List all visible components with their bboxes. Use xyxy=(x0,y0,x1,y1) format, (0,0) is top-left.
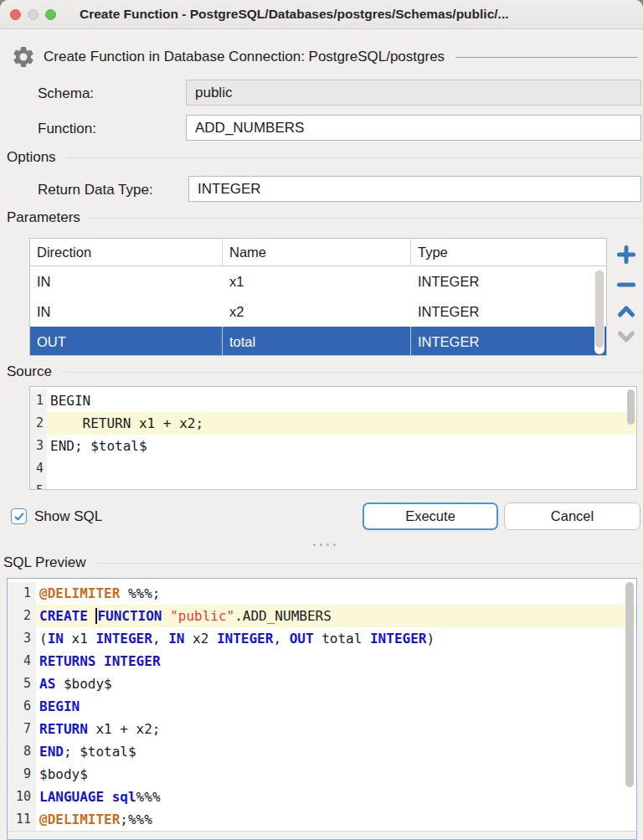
code-text: @DELIMITER %%%; xyxy=(36,582,636,605)
code-line[interactable]: 5 xyxy=(30,480,636,490)
line-number: 7 xyxy=(8,718,36,740)
dialog-header: Create Function in Database Connection: … xyxy=(11,44,638,70)
code-line[interactable]: 8END; $total$ xyxy=(8,740,636,763)
source-section: Source xyxy=(7,363,643,380)
table-cell[interactable]: x1 xyxy=(223,266,411,296)
remove-parameter-button[interactable] xyxy=(616,275,636,295)
code-line[interactable]: 3(IN x1 INTEGER, IN x2 INTEGER, OUT tota… xyxy=(8,627,636,650)
code-text: AS $body$ xyxy=(36,673,636,695)
code-text: BEGIN xyxy=(36,695,636,718)
code-text: BEGIN xyxy=(47,389,636,412)
line-number: 1 xyxy=(30,389,47,412)
code-text: (IN x1 INTEGER, IN x2 INTEGER, OUT total… xyxy=(36,627,636,650)
line-number: 11 xyxy=(8,808,36,831)
code-line[interactable]: 5AS $body$ xyxy=(8,673,636,695)
checkmark-icon xyxy=(13,511,25,523)
minus-icon xyxy=(616,275,636,295)
table-cell[interactable]: INTEGER xyxy=(411,266,606,296)
code-text xyxy=(47,457,636,480)
code-text: RETURN x1 + x2; xyxy=(36,718,636,740)
plus-icon xyxy=(616,245,636,265)
close-button-icon[interactable] xyxy=(10,9,21,20)
code-text: @DELIMITER;%%% xyxy=(36,808,636,831)
table-cell[interactable]: INTEGER xyxy=(411,296,606,327)
code-line[interactable]: 1@DELIMITER %%%; xyxy=(8,582,636,605)
schema-label: Schema: xyxy=(38,85,94,102)
code-text: $body$ xyxy=(36,763,636,786)
show-sql-checkbox[interactable] xyxy=(11,508,27,524)
line-number: 5 xyxy=(8,673,36,695)
return-type-input[interactable]: INTEGER xyxy=(188,176,641,202)
titlebar: Create Function - PostgreSQL/Databases/p… xyxy=(0,0,643,29)
code-line[interactable]: 6BEGIN xyxy=(8,695,636,718)
line-number: 6 xyxy=(8,695,36,718)
code-line[interactable]: 10LANGUAGE sql%%% xyxy=(8,786,636,808)
code-text: LANGUAGE sql%%% xyxy=(36,786,636,808)
line-number: 8 xyxy=(8,740,36,763)
line-number: 4 xyxy=(8,650,36,673)
table-cell[interactable]: total xyxy=(223,327,411,356)
code-line[interactable]: 4RETURNS INTEGER xyxy=(8,650,636,673)
code-line[interactable]: 11@DELIMITER;%%% xyxy=(8,808,636,831)
code-text: CREATE FUNCTION "public".ADD_NUMBERS xyxy=(36,605,636,627)
column-header[interactable]: Type xyxy=(411,239,606,265)
move-up-button[interactable] xyxy=(616,301,636,322)
line-number: 10 xyxy=(8,786,36,808)
code-line[interactable]: 9$body$ xyxy=(8,763,636,786)
chevron-down-icon xyxy=(616,327,636,347)
parameters-table: DirectionNameType INx1INTEGERINx2INTEGER… xyxy=(29,238,607,356)
execute-button[interactable]: Execute xyxy=(363,502,498,530)
create-function-dialog: Create Function - PostgreSQL/Databases/p… xyxy=(0,0,643,840)
table-cell[interactable]: IN xyxy=(30,296,223,327)
code-line[interactable]: 7RETURN x1 + x2; xyxy=(8,718,636,740)
table-header-row: DirectionNameType xyxy=(30,239,606,266)
source-editor[interactable]: 1BEGIN2 RETURN x1 + x2;3END; $total$45 xyxy=(29,386,637,490)
show-sql-label: Show SQL xyxy=(34,508,102,525)
table-cell[interactable]: x2 xyxy=(223,296,411,327)
line-number: 9 xyxy=(8,763,36,786)
line-number: 3 xyxy=(30,435,47,457)
table-cell[interactable]: OUT xyxy=(30,327,223,356)
minimize-button-icon[interactable] xyxy=(28,9,39,20)
code-text: END; $total$ xyxy=(36,740,636,763)
table-row[interactable]: OUTtotalINTEGER xyxy=(30,327,606,356)
table-row[interactable]: INx1INTEGER xyxy=(30,266,606,296)
zoom-button-icon[interactable] xyxy=(45,9,56,20)
table-row[interactable]: INx2INTEGER xyxy=(30,296,606,327)
options-section: Options xyxy=(7,149,643,166)
function-input[interactable]: ADD_NUMBERS xyxy=(186,115,641,141)
code-text: END; $total$ xyxy=(47,435,636,457)
code-line[interactable]: 3END; $total$ xyxy=(30,435,636,457)
line-number: 2 xyxy=(8,605,36,627)
header-divider xyxy=(455,57,638,58)
column-header[interactable]: Name xyxy=(223,239,411,265)
chevron-up-icon xyxy=(616,301,636,322)
return-type-label: Return Data Type: xyxy=(38,182,153,198)
line-number: 1 xyxy=(8,582,36,605)
sql-preview-section-label: SQL Preview xyxy=(3,554,86,571)
code-line[interactable]: 1BEGIN xyxy=(30,389,636,412)
add-parameter-button[interactable] xyxy=(616,245,636,265)
column-header[interactable]: Direction xyxy=(30,239,223,265)
code-line[interactable]: 2CREATE FUNCTION "public".ADD_NUMBERS xyxy=(8,605,636,627)
section-divider xyxy=(66,157,643,158)
table-scrollbar[interactable] xyxy=(594,269,604,354)
code-text: RETURN x1 + x2; xyxy=(47,412,636,435)
table-cell[interactable]: INTEGER xyxy=(411,327,606,356)
splitter-handle[interactable] xyxy=(313,544,336,546)
section-divider xyxy=(62,372,643,373)
source-scrollbar[interactable] xyxy=(627,389,635,425)
code-line[interactable]: 4 xyxy=(30,457,636,480)
move-down-button[interactable] xyxy=(616,327,636,347)
schema-input[interactable]: public xyxy=(186,80,641,106)
code-text: RETURNS INTEGER xyxy=(36,650,636,673)
cancel-button[interactable]: Cancel xyxy=(504,502,640,530)
table-cell[interactable]: IN xyxy=(30,266,223,296)
code-line[interactable]: 2 RETURN x1 + x2; xyxy=(30,412,636,435)
preview-horizontal-scrollbar[interactable] xyxy=(8,831,636,839)
sql-preview-editor[interactable]: 1@DELIMITER %%%;2CREATE FUNCTION "public… xyxy=(7,578,637,840)
line-number: 3 xyxy=(8,627,36,650)
preview-vertical-scrollbar[interactable] xyxy=(625,582,634,787)
function-label: Function: xyxy=(38,121,96,137)
source-section-label: Source xyxy=(7,363,52,380)
